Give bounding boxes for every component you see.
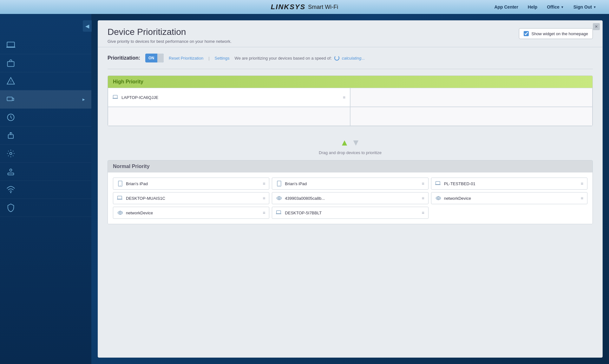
normal-device-1[interactable]: Brian's iPad ≡ — [272, 178, 428, 190]
svg-rect-0 — [7, 42, 14, 47]
toggle-on-label: ON — [145, 55, 157, 62]
high-priority-grid: LAPTOP-ICA6QJJE ≡ — [108, 88, 593, 126]
normal-device-name-6: networkDevice — [126, 211, 260, 215]
computer-icon-2 — [435, 180, 442, 187]
sidebar-item-devices[interactable] — [0, 36, 91, 54]
normal-device-name-3: DESKTOP-MUAIS1C — [126, 196, 260, 201]
normal-drag-handle-2[interactable]: ≡ — [581, 181, 583, 186]
normal-device-6[interactable]: networkDevice ≡ — [113, 207, 269, 219]
high-priority-empty-3 — [350, 107, 593, 126]
svg-point-14 — [279, 185, 279, 186]
office-dropdown[interactable]: Office ▼ — [547, 4, 564, 10]
svg-rect-20 — [277, 211, 281, 213]
tablet-icon-0 — [117, 180, 123, 187]
signout-dropdown-arrow: ▼ — [593, 5, 596, 9]
panel-close-button[interactable]: ✕ — [593, 23, 600, 30]
drag-drop-label: Drag and drop devices to prioritize — [319, 150, 382, 155]
drag-drop-area: ▲ ▼ Drag and drop devices to prioritize — [108, 133, 593, 160]
normal-drag-handle-1[interactable]: ≡ — [422, 181, 424, 186]
panel-subtitle: Give priority to devices for best perfor… — [108, 39, 232, 44]
top-nav: App Center Help Office ▼ Sign Out ▼ — [494, 4, 596, 10]
network-icon-5 — [435, 195, 442, 201]
sidebar-item-extender[interactable] — [0, 127, 91, 145]
drag-handle-0[interactable]: ≡ — [343, 95, 345, 100]
sidebar-item-settings[interactable] — [0, 145, 91, 163]
sidebar-item-connectivity[interactable] — [0, 181, 91, 199]
main-layout: ◀ ! ▶ — [0, 14, 609, 364]
sidebar-item-speed-check[interactable] — [0, 108, 91, 127]
high-priority-title: High Priority — [113, 79, 143, 84]
help-link[interactable]: Help — [528, 4, 537, 10]
clock-icon — [6, 113, 15, 122]
topbar: LINKSYS Smart Wi-Fi App Center Help Offi… — [0, 0, 609, 14]
normal-drag-handle-3[interactable]: ≡ — [263, 196, 265, 201]
sidebar-item-security[interactable] — [0, 199, 91, 217]
svg-rect-5 — [8, 135, 13, 139]
normal-device-name-2: PL-TESTBED-01 — [444, 181, 578, 186]
panel-header: Device Prioritization Give priority to d… — [98, 21, 602, 47]
widget-checkbox-area[interactable]: Show widget on the homepage — [519, 28, 593, 39]
high-priority-device-0[interactable]: LAPTOP-ICA6QJJE ≡ — [108, 88, 350, 107]
svg-rect-10 — [113, 95, 117, 98]
panel-header-left: Device Prioritization Give priority to d… — [108, 27, 232, 44]
warning-icon: ! — [6, 77, 15, 86]
logo: LINKSYS Smart Wi-Fi — [271, 3, 338, 11]
normal-drag-handle-5[interactable]: ≡ — [581, 196, 583, 201]
normal-priority-header: Normal Priority — [108, 160, 593, 172]
signout-dropdown[interactable]: Sign Out ▼ — [573, 4, 596, 10]
content-area: ✕ Device Prioritization Give priority to… — [91, 14, 609, 364]
normal-device-0[interactable]: Brian's iPad ≡ — [113, 178, 269, 190]
svg-rect-8 — [8, 173, 14, 175]
normal-drag-handle-0[interactable]: ≡ — [263, 181, 265, 186]
prioritization-bar: Prioritization: ON Reset Prioritization … — [108, 54, 593, 69]
main-panel: ✕ Device Prioritization Give priority to… — [98, 20, 603, 358]
normal-drag-handle-6[interactable]: ≡ — [263, 210, 265, 215]
normal-device-5[interactable]: networkDevice ≡ — [431, 192, 587, 204]
sidebar-item-media-priority[interactable]: ▶ — [0, 90, 91, 108]
sidebar: ◀ ! ▶ — [0, 14, 91, 364]
svg-point-7 — [10, 169, 12, 171]
sidebar-collapse-button[interactable]: ◀ — [83, 20, 92, 32]
network-icon-4 — [276, 195, 282, 201]
app-center-link[interactable]: App Center — [494, 4, 518, 10]
settings-link[interactable]: Settings — [215, 56, 230, 61]
toggle-switch[interactable]: ON — [145, 54, 164, 62]
office-dropdown-arrow: ▼ — [561, 5, 564, 9]
extender-icon — [6, 131, 15, 140]
sidebar-chevron: ▶ — [82, 98, 85, 101]
svg-rect-16 — [118, 196, 122, 199]
high-device-name-0: LAPTOP-ICA6QJJE — [121, 95, 340, 100]
drag-arrows: ▲ ▼ — [340, 138, 360, 148]
admin-icon — [6, 167, 15, 176]
brand-name: LINKSYS — [271, 3, 305, 11]
toggle-off-part — [157, 54, 164, 62]
normal-device-2[interactable]: PL-TESTBED-01 ≡ — [431, 178, 587, 190]
panel-title: Device Prioritization — [108, 27, 232, 37]
sidebar-item-parental[interactable]: ! — [0, 72, 91, 90]
normal-device-3[interactable]: DESKTOP-MUAIS1C ≡ — [113, 192, 269, 204]
computer-icon-7 — [276, 210, 282, 216]
svg-rect-1 — [8, 62, 14, 66]
high-priority-section: High Priority LAPTOP-ICA6QJJE ≡ — [108, 75, 593, 126]
briefcase-icon — [6, 59, 15, 68]
prio-status-prefix: We are prioritizing your devices based o… — [235, 56, 332, 61]
normal-device-name-5: networkDevice — [444, 196, 578, 201]
arrow-down-icon: ▼ — [351, 138, 360, 148]
svg-rect-3 — [7, 97, 12, 101]
tablet-icon-1 — [276, 180, 282, 187]
widget-label: Show widget on the homepage — [531, 31, 588, 36]
normal-drag-handle-7[interactable]: ≡ — [422, 210, 424, 215]
prio-separator: | — [208, 56, 209, 61]
sidebar-item-admin[interactable] — [0, 163, 91, 181]
normal-device-name-1: Brian's iPad — [285, 181, 419, 186]
normal-device-7[interactable]: DESKTOP-5I7BBLT ≡ — [272, 207, 428, 219]
prio-calculating: calculating... — [342, 56, 365, 61]
normal-priority-section: Normal Priority Brian's iPad ≡ Brian's — [108, 160, 593, 224]
normal-device-4[interactable]: 439903a00805ca8b... ≡ — [272, 192, 428, 204]
normal-drag-handle-4[interactable]: ≡ — [422, 196, 424, 201]
reset-prioritization-link[interactable]: Reset Prioritization — [169, 56, 203, 61]
sidebar-item-guest-access[interactable] — [0, 54, 91, 72]
svg-rect-15 — [435, 181, 440, 184]
normal-priority-grid: Brian's iPad ≡ Brian's iPad ≡ PL-T — [108, 172, 593, 224]
widget-checkbox[interactable] — [524, 31, 529, 36]
